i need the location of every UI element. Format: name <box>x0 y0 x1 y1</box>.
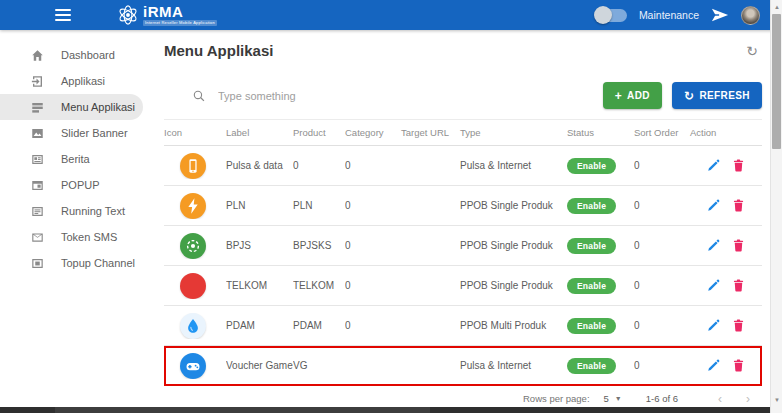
cell-label: Voucher Game <box>226 360 293 371</box>
cell-sort-order: 0 <box>634 240 690 251</box>
cell-status: Enable <box>567 198 634 214</box>
newspaper-icon <box>30 152 45 167</box>
rows-per-page-select[interactable]: 5 ▼ <box>604 393 622 404</box>
hamburger-menu-icon[interactable] <box>55 9 71 21</box>
cell-label: PLN <box>226 200 293 211</box>
delete-icon[interactable] <box>731 238 746 253</box>
delete-icon[interactable] <box>731 278 746 293</box>
cell-status: Enable <box>567 358 634 374</box>
cell-product: PDAM <box>293 320 345 331</box>
sidebar-item-berita[interactable]: Berita <box>0 146 150 172</box>
scroll-up-icon[interactable]: ▲ <box>771 1 782 13</box>
sidebar-item-running-text[interactable]: Running Text <box>0 198 150 224</box>
column-header-action: Action <box>690 127 762 138</box>
cell-type: PPOB Single Produk <box>460 200 567 211</box>
cell-action <box>690 158 762 173</box>
menu-table: IconLabelProductCategoryTarget URLTypeSt… <box>150 119 770 386</box>
sidebar-item-label: Dashboard <box>61 49 115 61</box>
edit-icon[interactable] <box>706 158 721 173</box>
sidebar: DashboardApplikasiMenu ApplikasiSlider B… <box>0 30 150 407</box>
sidebar-item-label: Token SMS <box>61 231 117 243</box>
edit-icon[interactable] <box>706 238 721 253</box>
sidebar-item-popup[interactable]: POPUP <box>0 172 150 198</box>
brand-name: iRMA <box>143 4 217 19</box>
column-header-sort-order: Sort Order <box>634 127 690 138</box>
maintenance-toggle[interactable] <box>597 9 627 22</box>
edit-icon[interactable] <box>706 198 721 213</box>
sidebar-item-dashboard[interactable]: Dashboard <box>0 42 150 68</box>
sidebar-item-label: Topup Channel <box>61 257 135 269</box>
cell-action <box>690 198 762 213</box>
smartphone-icon <box>180 153 206 179</box>
gamepad-icon <box>180 353 206 379</box>
edit-icon[interactable] <box>706 358 721 373</box>
sidebar-item-slider-banner[interactable]: Slider Banner <box>0 120 150 146</box>
table-row-telkom: TELKOMTELKOM0PPOB Single ProdukEnable0 <box>164 266 762 306</box>
cell-sort-order: 0 <box>634 320 690 331</box>
delete-icon[interactable] <box>731 318 746 333</box>
refresh-button[interactable]: ↻ REFRESH <box>672 82 762 109</box>
refresh-icon: ↻ <box>684 90 694 102</box>
delete-icon[interactable] <box>731 358 746 373</box>
cell-label: BPJS <box>226 240 293 251</box>
status-badge: Enable <box>567 358 616 374</box>
app-bar: iRMA Internet Reseller Mobile Applicatio… <box>0 0 782 30</box>
scrollbar[interactable]: ▲ ▼ <box>770 0 782 413</box>
delete-icon[interactable] <box>731 158 746 173</box>
bolt-icon <box>180 193 206 219</box>
edit-icon[interactable] <box>706 318 721 333</box>
topup-channel-icon <box>30 256 45 271</box>
cell-icon <box>164 233 226 259</box>
search-input[interactable] <box>218 90 518 102</box>
sidebar-item-token-sms[interactable]: Token SMS <box>0 224 150 250</box>
cell-icon <box>164 313 226 339</box>
cell-label: TELKOM <box>226 280 293 291</box>
add-button[interactable]: + ADD <box>603 82 662 109</box>
cell-type: Pulsa & Internet <box>460 360 567 371</box>
cell-product: PLN <box>293 200 345 211</box>
page-refresh-icon[interactable]: ↻ <box>742 42 762 60</box>
cell-status: Enable <box>567 158 634 174</box>
exit-to-app-icon <box>30 74 45 89</box>
cell-label: Pulsa & data <box>226 160 293 171</box>
status-badge: Enable <box>567 238 616 254</box>
sidebar-item-menu-applikasi[interactable]: Menu Applikasi <box>0 94 143 120</box>
send-icon[interactable] <box>711 8 729 22</box>
column-header-status: Status <box>567 127 634 138</box>
prev-page-icon[interactable]: ‹ <box>706 393 734 405</box>
popup-icon <box>30 178 45 193</box>
edit-icon[interactable] <box>706 278 721 293</box>
add-button-label: ADD <box>627 90 650 101</box>
table-row-bpjs: BPJSBPJSKS0PPOB Single ProdukEnable0 <box>164 226 762 266</box>
cell-product: VG <box>293 360 345 371</box>
sidebar-item-applikasi[interactable]: Applikasi <box>0 68 150 94</box>
scrollbar-thumb[interactable] <box>772 14 781 149</box>
cell-action <box>690 318 762 333</box>
brand-tagline: Internet Reseller Mobile Application <box>143 20 217 26</box>
page-head: Menu Applikasi ↻ <box>150 30 770 60</box>
avatar[interactable] <box>741 6 760 25</box>
cell-icon <box>164 193 226 219</box>
next-page-icon[interactable]: › <box>734 393 762 405</box>
rows-per-page-value: 5 <box>604 393 609 404</box>
table-row-pulsa-data: Pulsa & data00Pulsa & InternetEnable0 <box>164 146 762 186</box>
cell-status: Enable <box>567 318 634 334</box>
running-text-icon <box>30 204 45 219</box>
cell-icon <box>164 273 226 299</box>
cell-category: 0 <box>345 240 401 251</box>
scroll-down-icon[interactable]: ▼ <box>771 394 782 406</box>
status-badge: Enable <box>567 278 616 294</box>
sidebar-item-topup-channel[interactable]: Topup Channel <box>0 250 150 276</box>
table-body: Pulsa & data00Pulsa & InternetEnable0PLN… <box>164 146 762 386</box>
delete-icon[interactable] <box>731 198 746 213</box>
cell-action <box>690 358 762 373</box>
sidebar-item-label: Berita <box>61 153 90 165</box>
refresh-button-label: REFRESH <box>699 90 750 101</box>
cell-sort-order: 0 <box>634 200 690 211</box>
cell-sort-order: 0 <box>634 280 690 291</box>
column-header-product: Product <box>293 127 345 138</box>
main-content: Menu Applikasi ↻ + ADD ↻ REFRESH IconLab… <box>150 30 770 407</box>
toggle-knob[interactable] <box>594 6 612 24</box>
pagination-range: 1-6 of 6 <box>646 393 678 404</box>
page-title: Menu Applikasi <box>164 42 273 59</box>
